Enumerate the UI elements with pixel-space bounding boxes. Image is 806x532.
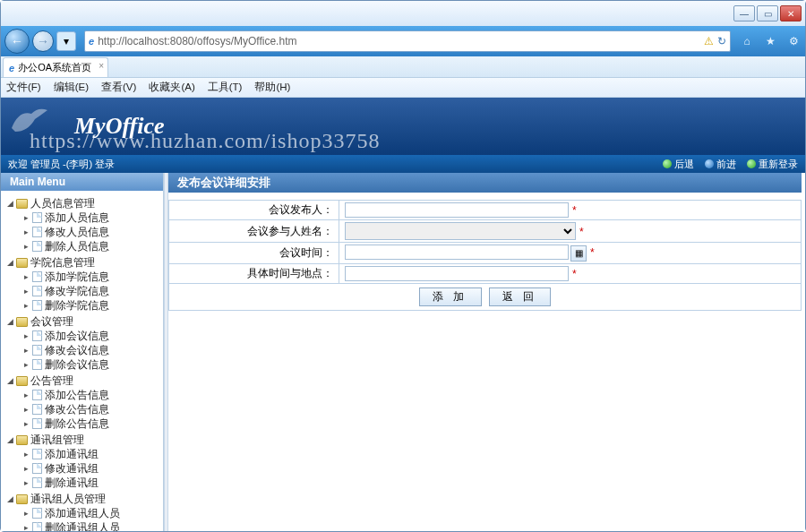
tab-close-icon[interactable]: ×	[99, 61, 104, 71]
app-window: — ▭ ✕ ← → ▾ e ⚠ ↻ ⌂ ★ ⚙ e 办公OA系统首页 × 文件(…	[0, 0, 806, 532]
tree-item[interactable]: ▸添加通讯组	[6, 447, 159, 461]
favorites-icon[interactable]: ★	[762, 33, 778, 49]
tree-item[interactable]: ▸删除通讯组	[6, 476, 159, 490]
text-input[interactable]	[345, 202, 569, 218]
home-icon[interactable]: ⌂	[739, 33, 755, 49]
form-label: 会议参与人姓名：	[169, 220, 339, 243]
ie-icon: e	[89, 36, 94, 47]
tree-item-label: 删除人员信息	[45, 239, 109, 254]
tree-item[interactable]: ▸添加公告信息	[6, 388, 159, 402]
dot-icon	[663, 159, 672, 168]
tree-item[interactable]: ▸修改学院信息	[6, 284, 159, 298]
menu-item[interactable]: 文件(F)	[6, 81, 41, 94]
form-row: 会议参与人姓名：*	[169, 220, 802, 243]
banner: MyOffice https://www.huzhan.com/ishop337…	[1, 98, 805, 155]
nav-dropdown-button[interactable]: ▾	[56, 31, 76, 51]
panel-title: 发布会议详细安排	[168, 173, 802, 193]
relogin-action[interactable]: 重新登录	[747, 158, 798, 171]
text-input[interactable]	[345, 266, 569, 281]
tree-item[interactable]: ▸删除人员信息	[6, 239, 159, 253]
tree-item-label: 添加人员信息	[45, 210, 109, 226]
file-icon	[32, 345, 42, 356]
tree-folder-label: 通讯组人员管理	[30, 492, 106, 507]
file-icon	[32, 477, 42, 488]
form-label: 会议发布人：	[169, 201, 339, 220]
tree-item[interactable]: ▸删除学院信息	[6, 298, 159, 313]
button-row: 添 加返 回	[169, 283, 802, 310]
tree-item[interactable]: ▸修改通讯组	[6, 461, 159, 476]
url-input[interactable]	[98, 35, 700, 47]
nav-back-button[interactable]: ←	[4, 29, 30, 54]
calendar-icon[interactable]: ▦	[570, 245, 587, 262]
form-table: 会议发布人：*会议参与人姓名：*会议时间：▦*具体时间与地点：*添 加返 回	[168, 200, 802, 311]
caret-icon: ▸	[22, 360, 30, 369]
address-bar: e ⚠ ↻	[84, 30, 731, 52]
window-minimize-button[interactable]: —	[733, 5, 755, 21]
forward-action[interactable]: 前进	[705, 158, 736, 171]
refresh-icon[interactable]: ↻	[717, 35, 726, 47]
caret-icon: ▸	[22, 390, 30, 399]
menu-item[interactable]: 工具(T)	[208, 81, 243, 94]
form-label: 会议时间：	[169, 243, 339, 264]
nav-tree: ◢人员信息管理▸添加人员信息▸修改人员信息▸删除人员信息◢学院信息管理▸添加学院…	[1, 191, 163, 531]
caret-icon: ▸	[22, 523, 30, 531]
caret-icon: ◢	[6, 199, 13, 208]
settings-icon[interactable]: ⚙	[785, 33, 802, 49]
date-input[interactable]	[345, 245, 569, 260]
tree-item[interactable]: ▸删除通讯组人员	[6, 520, 159, 531]
required-marker: *	[572, 204, 577, 217]
tree-item[interactable]: ▸添加学院信息	[6, 270, 159, 284]
browser-tab[interactable]: e 办公OA系统首页 ×	[3, 57, 108, 77]
tree-folder[interactable]: ◢通讯组人员管理	[6, 492, 159, 506]
caret-icon: ◢	[6, 317, 13, 326]
tree-item[interactable]: ▸添加人员信息	[6, 210, 159, 225]
folder-icon	[16, 199, 28, 209]
menu-item[interactable]: 收藏夹(A)	[149, 81, 194, 94]
window-maximize-button[interactable]: ▭	[757, 5, 778, 21]
tree-folder[interactable]: ◢会议管理	[6, 314, 159, 329]
menu-item[interactable]: 帮助(H)	[254, 81, 290, 94]
menu-item[interactable]: 编辑(E)	[54, 81, 89, 94]
tree-folder[interactable]: ◢公告管理	[6, 373, 159, 388]
tree-item[interactable]: ▸修改会议信息	[6, 343, 159, 357]
tree-item-label: 修改人员信息	[45, 225, 109, 240]
back-action[interactable]: 后退	[663, 158, 694, 171]
tree-folder[interactable]: ◢学院信息管理	[6, 255, 159, 270]
caret-icon: ▸	[22, 405, 30, 414]
folder-icon	[16, 258, 28, 268]
browser-tabs: e 办公OA系统首页 ×	[1, 56, 805, 78]
ssl-icon: ⚠	[704, 35, 714, 47]
tree-item[interactable]: ▸删除会议信息	[6, 357, 159, 372]
sidebar: Main Menu ◢人员信息管理▸添加人员信息▸修改人员信息▸删除人员信息◢学…	[1, 173, 164, 531]
file-icon	[32, 390, 42, 400]
file-icon	[32, 227, 42, 237]
file-icon	[32, 404, 42, 415]
caret-icon: ▸	[22, 227, 30, 236]
dot-icon	[705, 159, 714, 168]
tree-item[interactable]: ▸修改公告信息	[6, 402, 159, 416]
tab-title: 办公OA系统首页	[18, 61, 91, 74]
tree-folder-label: 通讯组管理	[30, 433, 84, 448]
tree-item[interactable]: ▸添加通讯组人员	[6, 506, 159, 520]
form-label: 具体时间与地点：	[169, 263, 339, 283]
menu-item[interactable]: 查看(V)	[101, 81, 136, 94]
caret-icon: ▸	[22, 213, 30, 222]
file-icon	[32, 241, 42, 252]
participant-select[interactable]	[345, 222, 576, 240]
back-button[interactable]: 返 回	[489, 287, 551, 306]
tree-item[interactable]: ▸修改人员信息	[6, 225, 159, 239]
tree-item-label: 添加学院信息	[45, 270, 109, 285]
tree-folder[interactable]: ◢通讯组管理	[6, 433, 159, 447]
caret-icon: ▸	[22, 509, 30, 518]
folder-icon	[16, 435, 28, 445]
tree-folder[interactable]: ◢人员信息管理	[6, 196, 159, 210]
file-icon	[32, 463, 42, 474]
nav-forward-button[interactable]: →	[32, 30, 54, 52]
required-marker: *	[579, 226, 584, 238]
content-area: 发布会议详细安排 会议发布人：*会议参与人姓名：*会议时间：▦*具体时间与地点：…	[168, 173, 805, 531]
tree-item[interactable]: ▸添加会议信息	[6, 329, 159, 343]
window-close-button[interactable]: ✕	[780, 5, 802, 21]
add-button[interactable]: 添 加	[419, 287, 481, 306]
tree-item[interactable]: ▸删除公告信息	[6, 416, 159, 431]
tree-item-label: 添加通讯组	[45, 447, 99, 462]
